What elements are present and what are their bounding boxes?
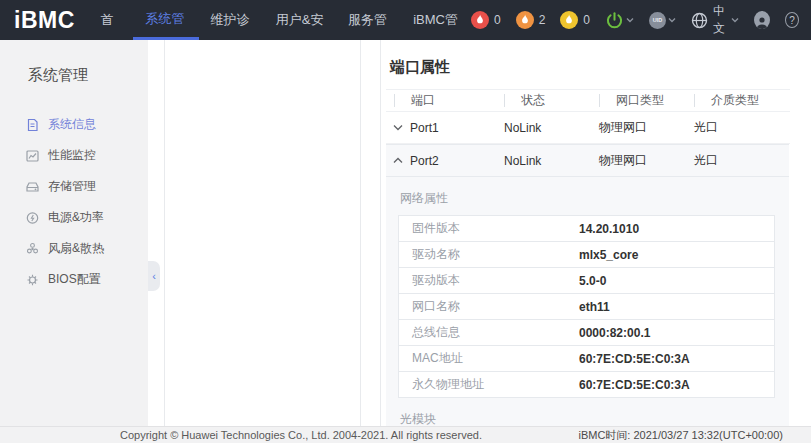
ibmc-app: iBMC 首页 系统管理 维护诊断 用户&安全 服务管理 iBMC管理 0 [0, 0, 811, 443]
port-table-header: 端口 状态 网口类型 介质类型 [386, 89, 790, 112]
kv-label: 永久物理地址 [399, 372, 579, 397]
chevron-down-icon[interactable] [386, 124, 410, 131]
critical-alarm-flame-icon [471, 11, 489, 29]
ibmc-time-label: iBMC时间: [578, 429, 630, 441]
column-header-port: 端口 [394, 94, 504, 107]
top-header-bar: iBMC 首页 系统管理 维护诊断 用户&安全 服务管理 iBMC管理 0 [0, 0, 811, 40]
sidebar-title: 系统管理 [0, 40, 148, 85]
kv-value: 60:7E:CD:5E:C0:3A [579, 374, 774, 396]
ibmc-time: iBMC时间: 2021/03/27 13:32(UTC+00:00) [578, 428, 783, 443]
minor-alarm-flame-icon [560, 11, 578, 29]
table-row-port1[interactable]: Port1 NoLink 物理网口 光口 [386, 112, 790, 144]
sidebar-item-label: BIOS配置 [48, 271, 101, 288]
minor-alarm-badge[interactable]: 0 [560, 11, 590, 29]
chevron-down-icon [668, 17, 676, 23]
nav-item-system-management[interactable]: 系统管理 [133, 0, 198, 40]
port-name: Port2 [410, 154, 504, 168]
sidebar-item-bios-config[interactable]: BIOS配置 [0, 264, 148, 295]
table-row: 总线信息 0000:82:00.1 [399, 320, 774, 346]
sidebar-item-power[interactable]: 电源&功率 [0, 202, 148, 233]
table-row: 网口名称 eth11 [399, 294, 774, 320]
chevron-down-icon [626, 17, 634, 23]
panel-scroll-track[interactable] [361, 40, 381, 426]
major-alarm-badge[interactable]: 2 [516, 11, 546, 29]
ibmc-logo: iBMC [14, 0, 75, 40]
nav-item-user-security[interactable]: 用户&安全 [264, 0, 336, 40]
kv-label: MAC地址 [399, 346, 579, 371]
chevron-up-icon[interactable] [386, 157, 410, 164]
sidebar-item-performance-monitoring[interactable]: 性能监控 [0, 140, 148, 171]
table-row-port2[interactable]: Port2 NoLink 物理网口 光口 [386, 145, 789, 177]
port-status: NoLink [504, 121, 599, 135]
major-alarm-count: 2 [539, 13, 546, 27]
sidebar-menu: 系统信息 性能监控 [0, 109, 148, 295]
port-status: NoLink [504, 154, 599, 168]
port-media-type: 光口 [694, 119, 790, 136]
minor-alarm-count: 0 [583, 13, 590, 27]
port-properties-panel: 端口属性 端口 状态 网口类型 介质类型 Port1 NoLink 物理网口 光… [381, 40, 811, 426]
critical-alarm-count: 0 [494, 13, 501, 27]
chart-icon [26, 149, 39, 163]
sidebar-item-label: 系统信息 [48, 116, 96, 133]
language-label: 中文 [713, 3, 729, 37]
power-control-dropdown[interactable] [605, 11, 634, 30]
column-header-port-type: 网口类型 [599, 94, 694, 107]
uid-indicator-dropdown[interactable]: UID [649, 12, 676, 29]
gear-icon [26, 273, 39, 287]
power-icon [26, 211, 39, 225]
port-type: 物理网口 [599, 152, 694, 169]
header-status-area: 0 2 0 [471, 3, 799, 37]
language-selector[interactable]: 中文 [691, 3, 739, 37]
kv-value: 14.20.1010 [579, 218, 774, 240]
nav-item-ibmc-management[interactable]: iBMC管理 [401, 0, 471, 40]
copyright-text: Copyright © Huawei Technologies Co., Ltd… [120, 429, 482, 441]
column-header-media-type: 介质类型 [694, 94, 790, 107]
kv-label: 驱动版本 [399, 268, 579, 293]
footer-bar: Copyright © Huawei Technologies Co., Ltd… [0, 426, 811, 443]
table-row: 驱动版本 5.0-0 [399, 268, 774, 294]
nav-item-service-management[interactable]: 服务管理 [336, 0, 401, 40]
document-icon [26, 118, 39, 132]
panel-divider [148, 40, 165, 426]
help-icon[interactable]: ? [785, 12, 799, 28]
optical-module-title: 光模块 [400, 411, 775, 426]
globe-icon [691, 12, 708, 29]
kv-label: 驱动名称 [399, 242, 579, 267]
chevron-down-icon [731, 17, 739, 23]
sidebar-item-system-info[interactable]: 系统信息 [0, 109, 148, 140]
fan-icon [26, 242, 39, 256]
column-header-status: 状态 [504, 94, 599, 107]
sidebar: 系统管理 系统信息 [0, 40, 148, 426]
table-row: 固件版本 14.20.1010 [399, 216, 774, 242]
kv-value: mlx5_core [579, 244, 774, 266]
storage-icon [26, 180, 39, 194]
kv-label: 网口名称 [399, 294, 579, 319]
major-alarm-flame-icon [516, 11, 534, 29]
user-avatar[interactable] [754, 11, 770, 29]
port2-expanded-section: Port2 NoLink 物理网口 光口 网络属性 固件版本 14.20.101… [386, 144, 789, 426]
critical-alarm-badge[interactable]: 0 [471, 11, 501, 29]
kv-label: 固件版本 [399, 216, 579, 241]
main-region: 系统管理 系统信息 [0, 40, 811, 426]
sidebar-item-fans-cooling[interactable]: 风扇&散热 [0, 233, 148, 264]
port-type: 物理网口 [599, 119, 694, 136]
port-media-type: 光口 [694, 152, 789, 169]
sidebar-item-label: 电源&功率 [48, 209, 104, 226]
kv-label: 总线信息 [399, 320, 579, 345]
nav-item-home[interactable]: 首页 [89, 0, 134, 40]
sidebar-item-storage-management[interactable]: 存储管理 [0, 171, 148, 202]
sidebar-item-label: 风扇&散热 [48, 240, 104, 257]
page-title: 端口属性 [390, 58, 790, 77]
table-row: 永久物理地址 60:7E:CD:5E:C0:3A [399, 372, 774, 398]
sidebar-collapse-button[interactable]: ‹ [148, 261, 160, 291]
kv-value: 5.0-0 [579, 270, 774, 292]
kv-value: 0000:82:00.1 [579, 322, 774, 344]
ibmc-time-value: 2021/03/27 13:32(UTC+00:00) [633, 429, 783, 441]
main-nav: 首页 系统管理 维护诊断 用户&安全 服务管理 iBMC管理 [89, 0, 471, 40]
adapter-list-panel [165, 40, 361, 426]
sidebar-item-label: 存储管理 [48, 178, 96, 195]
nav-item-maintenance-diagnostics[interactable]: 维护诊断 [199, 0, 264, 40]
port-name: Port1 [410, 121, 504, 135]
table-row: MAC地址 60:7E:CD:5E:C0:3A [399, 346, 774, 372]
uid-icon: UID [649, 12, 666, 29]
